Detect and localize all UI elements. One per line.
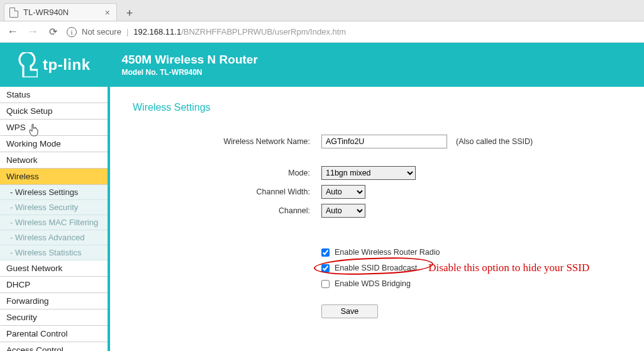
label-enable-wds: Enable WDS Bridging xyxy=(335,279,411,288)
label-enable-ssid-broadcast: Enable SSID Broadcast xyxy=(335,264,417,272)
close-icon[interactable]: × xyxy=(105,8,110,18)
site-info-icon[interactable]: i xyxy=(67,27,77,37)
router-page: tp-link 450M Wireless N Router Model No.… xyxy=(0,43,644,351)
tp-link-mark-icon xyxy=(13,52,38,77)
sidebar: Status Quick Setup WPS Working Mode Netw… xyxy=(0,87,110,351)
reload-button[interactable]: ⟳ xyxy=(47,26,59,38)
checkbox-enable-ssid-broadcast[interactable] xyxy=(321,264,330,272)
sidebar-item-network[interactable]: Network xyxy=(0,152,108,169)
label-mode: Mode: xyxy=(133,169,321,177)
ssid-hint: (Also called the SSID) xyxy=(456,137,533,146)
content-pane: Wireless Settings Wireless Network Name:… xyxy=(110,87,644,351)
browser-tab[interactable]: TL-WR940N × xyxy=(4,3,117,21)
label-channel-width: Channel Width: xyxy=(133,187,321,196)
mode-select[interactable]: 11bgn mixed xyxy=(321,166,416,180)
tab-title: TL-WR940N xyxy=(23,8,100,17)
sidebar-item-forwarding[interactable]: Forwarding xyxy=(0,293,108,309)
checkbox-enable-wds[interactable] xyxy=(321,280,330,288)
sidebar-sub-wireless-security[interactable]: - Wireless Security xyxy=(0,200,108,215)
new-tab-button[interactable]: + xyxy=(121,6,138,21)
label-ssid: Wireless Network Name: xyxy=(133,137,321,146)
sidebar-item-working-mode[interactable]: Working Mode xyxy=(0,136,108,152)
address-bar[interactable]: i Not secure | 192.168.11.1/BNZRHFFABPLP… xyxy=(67,27,638,37)
sidebar-item-status[interactable]: Status xyxy=(0,87,108,103)
back-button[interactable]: ← xyxy=(6,25,19,38)
url-path: /BNZRHFFABPLPRWUB/userRpm/Index.htm xyxy=(181,27,346,36)
brand-logo: tp-link xyxy=(13,52,91,77)
sidebar-item-wireless[interactable]: Wireless xyxy=(0,169,108,185)
sidebar-sub-wireless-statistics[interactable]: - Wireless Statistics xyxy=(0,245,108,260)
label-enable-radio: Enable Wireless Router Radio xyxy=(335,248,440,257)
sidebar-item-dhcp[interactable]: DHCP xyxy=(0,277,108,293)
product-title-block: 450M Wireless N Router Model No. TL-WR94… xyxy=(122,53,258,77)
sidebar-sub-wireless-settings[interactable]: - Wireless Settings xyxy=(0,185,108,200)
sidebar-item-security[interactable]: Security xyxy=(0,309,108,326)
sidebar-item-guest-network[interactable]: Guest Network xyxy=(0,260,108,277)
browser-tabstrip: TL-WR940N × + xyxy=(0,0,644,21)
browser-toolbar: ← → ⟳ i Not secure | 192.168.11.1/BNZRHF… xyxy=(0,21,644,43)
channel-width-select[interactable]: Auto xyxy=(321,185,365,199)
product-title: 450M Wireless N Router xyxy=(122,53,258,67)
sidebar-item-wps[interactable]: WPS xyxy=(0,120,108,136)
page-heading: Wireless Settings xyxy=(133,102,625,113)
sidebar-sub-wireless-mac[interactable]: - Wireless MAC Filtering xyxy=(0,215,108,230)
sidebar-item-quick-setup[interactable]: Quick Setup xyxy=(0,103,108,120)
url-host: 192.168.11.1 xyxy=(133,27,181,36)
channel-select[interactable]: Auto xyxy=(321,204,365,218)
divider: | xyxy=(126,27,128,36)
sidebar-item-parental-control[interactable]: Parental Control xyxy=(0,326,108,342)
checkbox-enable-radio[interactable] xyxy=(321,248,330,257)
model-number: Model No. TL-WR940N xyxy=(122,68,258,77)
page-icon xyxy=(9,8,18,18)
router-header: tp-link 450M Wireless N Router Model No.… xyxy=(0,43,644,87)
brand-text: tp-link xyxy=(43,56,91,74)
label-channel: Channel: xyxy=(133,206,321,215)
annotation-text: Disable this option to hide your SSID xyxy=(428,262,589,274)
sidebar-item-access-control[interactable]: Access Control xyxy=(0,342,108,351)
not-secure-label: Not secure xyxy=(82,27,121,36)
ssid-input[interactable] xyxy=(321,135,447,148)
sidebar-sub-wireless-advanced[interactable]: - Wireless Advanced xyxy=(0,230,108,245)
forward-button[interactable]: → xyxy=(26,25,39,38)
save-button[interactable]: Save xyxy=(321,304,378,318)
